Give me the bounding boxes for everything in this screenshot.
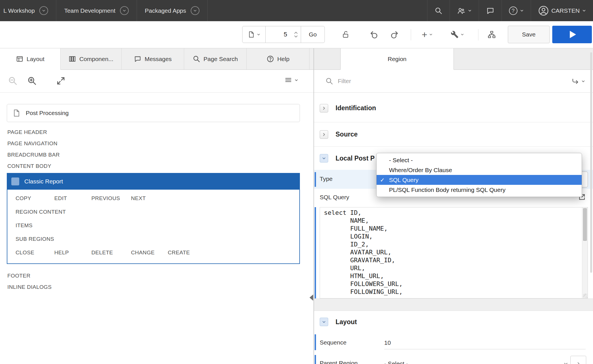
- chevron-down-icon: [429, 33, 433, 36]
- menu-sql-workshop[interactable]: L Workshop: [0, 0, 56, 21]
- menu-team-development[interactable]: Team Development: [56, 0, 137, 21]
- tab-help[interactable]: Help: [247, 48, 310, 70]
- splitter-collapse-handle[interactable]: [310, 294, 313, 301]
- go-button[interactable]: Go: [301, 26, 325, 43]
- chevron-down-icon: [581, 79, 585, 83]
- chevron-down-icon: [582, 9, 586, 12]
- action-create[interactable]: CREATE: [168, 250, 299, 256]
- parent-region-value: - Select -: [384, 360, 408, 364]
- editor-scrollbar[interactable]: [582, 207, 588, 298]
- filter-input[interactable]: [338, 78, 496, 84]
- chevron-right-icon[interactable]: [320, 130, 328, 139]
- section-layout[interactable]: Layout: [314, 311, 593, 333]
- left-panel-tabs: Layout Componen... Messages Page Search …: [0, 48, 314, 70]
- user-menu-button[interactable]: CARSTEN: [531, 0, 593, 21]
- sql-code-editor[interactable]: select ID, NAME, FULL_NAME, LOGIN, ID_2,…: [320, 207, 588, 298]
- tab-label: Help: [277, 56, 289, 62]
- menu-label: L Workshop: [3, 7, 35, 14]
- slot-footer[interactable]: FOOTER: [7, 273, 31, 279]
- action-close[interactable]: CLOSE: [16, 250, 54, 256]
- chevron-right-icon[interactable]: [320, 104, 328, 112]
- chevron-down-icon: [468, 9, 472, 12]
- team-menu-button[interactable]: [450, 0, 479, 21]
- region-content-slot[interactable]: REGION CONTENT: [7, 205, 299, 219]
- slot-breadcrumb-bar[interactable]: BREADCRUMB BAR: [7, 152, 60, 158]
- create-menu-button[interactable]: +: [416, 26, 438, 43]
- wrench-icon: [451, 31, 459, 38]
- field-change-indicator: [315, 172, 316, 187]
- chevron-down-icon[interactable]: [191, 6, 199, 15]
- dropdown-option-sql-query[interactable]: ✓ SQL Query: [377, 175, 582, 185]
- feedback-button[interactable]: [479, 0, 502, 21]
- editor-scrollbar-thumb[interactable]: [583, 208, 587, 241]
- dropdown-option-plsql-function[interactable]: PL/SQL Function Body returning SQL Query: [377, 185, 582, 195]
- classic-report-region[interactable]: Classic Report COPY EDIT PREVIOUS NEXT R…: [7, 173, 300, 264]
- panel-scrollbar-thumb[interactable]: [590, 52, 592, 273]
- items-slot[interactable]: ITEMS: [7, 219, 299, 232]
- help-menu-button[interactable]: ?: [502, 0, 531, 21]
- menu-packaged-apps[interactable]: Packaged Apps: [137, 0, 208, 21]
- global-search-button[interactable]: [427, 0, 450, 21]
- action-delete[interactable]: DELETE: [91, 250, 131, 256]
- field-change-indicator: [315, 355, 316, 364]
- section-identification[interactable]: Identification: [314, 94, 593, 122]
- action-copy[interactable]: COPY: [16, 195, 54, 201]
- page-lock-button[interactable]: [337, 26, 354, 43]
- plus-icon: +: [422, 30, 427, 39]
- tab-messages[interactable]: Messages: [122, 48, 184, 70]
- layout-menu-button[interactable]: [284, 76, 298, 84]
- section-source[interactable]: Source: [314, 122, 593, 147]
- page-select-button[interactable]: [242, 26, 266, 43]
- save-button[interactable]: Save: [508, 26, 550, 43]
- undo-button[interactable]: [366, 26, 383, 43]
- run-page-button[interactable]: [552, 26, 592, 43]
- action-next[interactable]: NEXT: [131, 195, 299, 201]
- chevron-down-icon[interactable]: [120, 6, 129, 15]
- layout-tree: Post Processing PAGE HEADER PAGE NAVIGAT…: [0, 93, 313, 364]
- parent-region-picker-button[interactable]: [570, 356, 586, 364]
- tab-label: Messages: [145, 56, 172, 62]
- chevron-down-icon[interactable]: [320, 154, 328, 162]
- shared-components-button[interactable]: [483, 26, 501, 43]
- option-label: - Select -: [389, 157, 413, 164]
- section-title: Source: [336, 131, 358, 138]
- action-edit[interactable]: EDIT: [54, 195, 91, 201]
- goto-group-button[interactable]: [571, 70, 585, 93]
- zoom-out-button[interactable]: [8, 76, 18, 86]
- zoom-in-button[interactable]: [27, 76, 37, 86]
- sequence-input[interactable]: 10: [384, 336, 586, 349]
- region-header[interactable]: Classic Report: [7, 173, 300, 190]
- tab-page-search[interactable]: Page Search: [184, 48, 247, 70]
- chevron-down-icon[interactable]: [39, 6, 48, 15]
- toolbar-separator: [478, 29, 478, 40]
- action-help[interactable]: HELP: [54, 250, 91, 256]
- slot-inline-dialogs[interactable]: INLINE DIALOGS: [7, 284, 52, 290]
- page-number-input[interactable]: 5: [266, 26, 291, 43]
- sub-regions-slot[interactable]: SUB REGIONS: [7, 232, 299, 246]
- editor-resize-grip[interactable]: [583, 294, 587, 298]
- action-change[interactable]: CHANGE: [131, 250, 168, 256]
- action-previous[interactable]: PREVIOUS: [91, 195, 131, 201]
- tab-region[interactable]: Region: [340, 48, 454, 70]
- slot-page-header[interactable]: PAGE HEADER: [7, 129, 47, 135]
- slot-content-body[interactable]: CONTENT BODY: [7, 163, 51, 169]
- chevron-down-icon: [461, 33, 464, 36]
- tab-component-view[interactable]: Componen...: [61, 48, 122, 70]
- sql-code[interactable]: select ID, NAME, FULL_NAME, LOGIN, ID_2,…: [320, 207, 588, 297]
- dropdown-option-where-order-by[interactable]: Where/Order By Clause: [377, 165, 582, 175]
- slot-label: REGION CONTENT: [16, 209, 66, 215]
- slot-label: ITEMS: [16, 222, 33, 229]
- page-node[interactable]: Post Processing: [7, 104, 300, 122]
- expand-button[interactable]: [56, 76, 66, 86]
- redo-button[interactable]: [386, 26, 403, 43]
- dropdown-option-select[interactable]: - Select -: [377, 155, 582, 165]
- page-number-stepper[interactable]: [291, 26, 301, 43]
- slot-page-navigation[interactable]: PAGE NAVIGATION: [7, 140, 57, 147]
- tab-layout[interactable]: Layout: [0, 48, 61, 70]
- sql-query-label: SQL Query: [320, 194, 349, 201]
- utilities-menu-button[interactable]: [446, 26, 469, 43]
- check-icon: ✓: [380, 177, 385, 183]
- chevron-down-icon[interactable]: [320, 318, 328, 326]
- parent-region-select[interactable]: - Select -: [384, 356, 568, 364]
- page-icon: [248, 31, 255, 38]
